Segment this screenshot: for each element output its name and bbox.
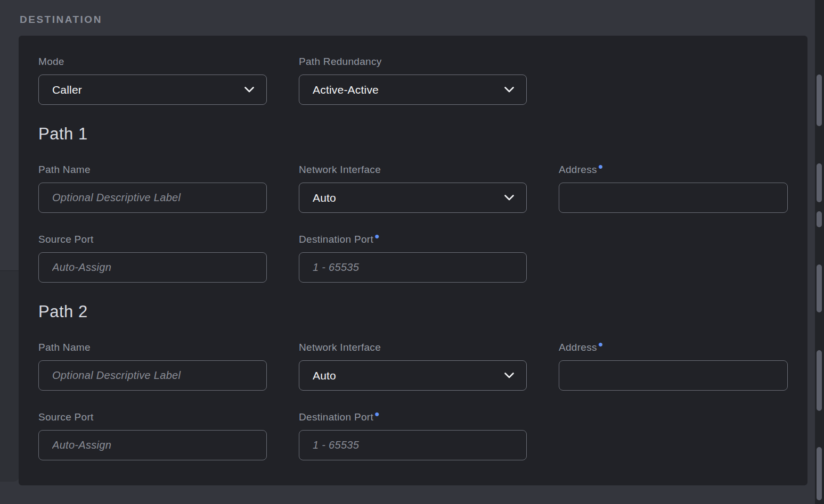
chevron-down-icon (244, 87, 254, 93)
path-name-label: Path Name (38, 163, 267, 176)
mode-select-value: Caller (52, 84, 82, 96)
path-redundancy-field: Path Redundancy Active-Active (299, 55, 527, 105)
path-1-heading: Path 1 (38, 125, 788, 143)
network-interface-label: Network Interface (299, 163, 527, 176)
path-2-name-field: Path Name (38, 341, 267, 391)
mode-field: Mode Caller (38, 55, 267, 105)
path-name-input[interactable] (38, 360, 267, 391)
path-1-destination-port-field: Destination Port● (299, 233, 527, 283)
path-name-input[interactable] (38, 183, 267, 213)
path-1-source-port-field: Source Port (38, 233, 267, 283)
path-2-network-interface-field: Network Interface Auto (299, 341, 527, 391)
network-interface-select-value: Auto (313, 192, 336, 204)
scrollbar-thumb[interactable] (817, 75, 822, 126)
destination-panel: Mode Caller Path Redundancy Active-Activ… (19, 36, 807, 485)
section-title: DESTINATION (20, 14, 102, 26)
path-redundancy-label: Path Redundancy (299, 55, 527, 68)
background-card-edge (0, 270, 19, 482)
scrollbar-thumb[interactable] (817, 350, 822, 411)
chevron-down-icon (504, 195, 514, 201)
scrollbar-thumb[interactable] (817, 265, 822, 312)
path-1-name-field: Path Name (38, 163, 267, 213)
path-redundancy-select[interactable]: Active-Active (299, 75, 527, 105)
network-interface-select[interactable]: Auto (299, 183, 527, 213)
path-2-source-port-field: Source Port (38, 411, 267, 460)
chevron-down-icon (504, 87, 514, 93)
network-interface-select[interactable]: Auto (299, 360, 527, 391)
address-input[interactable] (559, 360, 788, 391)
path-1-address-field: Address● (559, 163, 788, 213)
path-1-network-interface-field: Network Interface Auto (299, 163, 527, 213)
network-interface-select-value: Auto (313, 369, 336, 382)
mode-label: Mode (38, 55, 267, 68)
top-settings-row: Mode Caller Path Redundancy Active-Activ… (38, 55, 788, 105)
required-indicator: ● (598, 162, 603, 171)
source-port-label: Source Port (38, 411, 267, 424)
required-indicator: ● (598, 340, 603, 349)
destination-screen: DESTINATION Mode Caller Path Redundancy … (0, 0, 824, 504)
path-1-row-2: Source Port Destination Port● (38, 233, 788, 283)
mode-select[interactable]: Caller (38, 75, 267, 105)
scrollbar-thumb[interactable] (817, 163, 822, 202)
path-2-heading: Path 2 (38, 303, 788, 321)
required-indicator: ● (374, 232, 380, 241)
destination-port-label: Destination Port● (299, 411, 527, 424)
destination-port-label: Destination Port● (299, 233, 527, 246)
required-indicator: ● (374, 409, 380, 418)
network-interface-label: Network Interface (299, 341, 527, 354)
path-redundancy-select-value: Active-Active (313, 84, 379, 96)
destination-port-input[interactable] (299, 252, 527, 283)
address-input[interactable] (559, 183, 788, 213)
source-port-input[interactable] (38, 430, 267, 460)
scrollbar-thumb[interactable] (817, 447, 822, 500)
chevron-down-icon (504, 373, 514, 378)
path-2-row-2: Source Port Destination Port● (38, 411, 788, 460)
path-1-row-1: Path Name Network Interface Auto Address… (38, 163, 788, 213)
source-port-label: Source Port (38, 233, 267, 246)
path-2-destination-port-field: Destination Port● (299, 411, 527, 460)
scrollbar-thumb[interactable] (817, 211, 822, 227)
path-name-label: Path Name (38, 341, 267, 354)
path-2-row-1: Path Name Network Interface Auto Address… (38, 341, 788, 391)
scrollbar-track[interactable] (815, 0, 824, 504)
address-label: Address● (559, 341, 788, 354)
destination-port-input[interactable] (299, 430, 527, 460)
address-label: Address● (559, 163, 788, 176)
path-2-address-field: Address● (559, 341, 788, 391)
source-port-input[interactable] (38, 252, 267, 283)
